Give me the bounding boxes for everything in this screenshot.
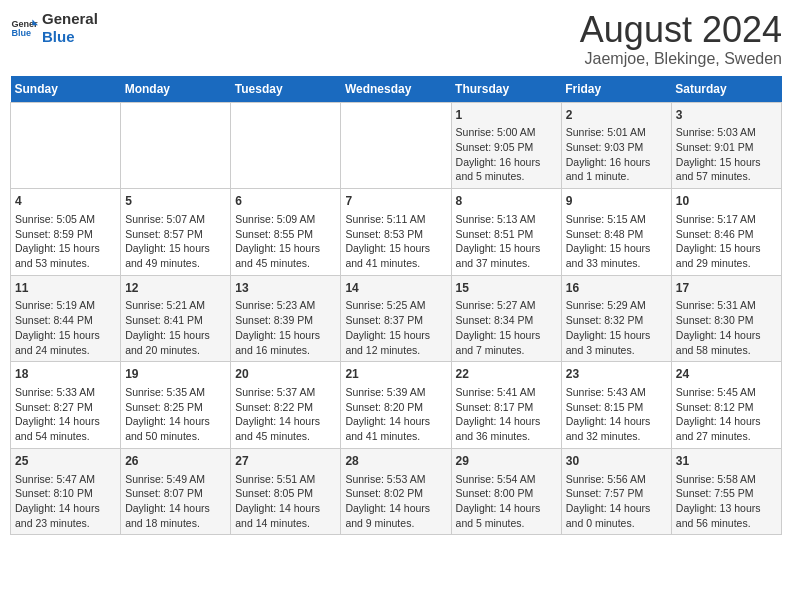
calendar-cell: 9Sunrise: 5:15 AM Sunset: 8:48 PM Daylig… — [561, 189, 671, 276]
calendar-cell — [11, 102, 121, 189]
calendar-cell — [341, 102, 451, 189]
day-number: 11 — [15, 280, 116, 297]
day-info: Sunrise: 5:31 AM Sunset: 8:30 PM Dayligh… — [676, 298, 777, 357]
day-info: Sunrise: 5:41 AM Sunset: 8:17 PM Dayligh… — [456, 385, 557, 444]
day-info: Sunrise: 5:35 AM Sunset: 8:25 PM Dayligh… — [125, 385, 226, 444]
logo-icon: General Blue — [10, 14, 38, 42]
day-number: 26 — [125, 453, 226, 470]
day-number: 4 — [15, 193, 116, 210]
calendar-cell: 2Sunrise: 5:01 AM Sunset: 9:03 PM Daylig… — [561, 102, 671, 189]
day-number: 16 — [566, 280, 667, 297]
logo-text-general: General — [42, 10, 98, 28]
weekday-header: Tuesday — [231, 76, 341, 103]
calendar-cell: 11Sunrise: 5:19 AM Sunset: 8:44 PM Dayli… — [11, 275, 121, 362]
calendar-cell: 1Sunrise: 5:00 AM Sunset: 9:05 PM Daylig… — [451, 102, 561, 189]
day-info: Sunrise: 5:03 AM Sunset: 9:01 PM Dayligh… — [676, 125, 777, 184]
day-number: 30 — [566, 453, 667, 470]
calendar-cell: 14Sunrise: 5:25 AM Sunset: 8:37 PM Dayli… — [341, 275, 451, 362]
svg-text:Blue: Blue — [11, 28, 31, 38]
calendar-cell — [231, 102, 341, 189]
calendar-cell: 31Sunrise: 5:58 AM Sunset: 7:55 PM Dayli… — [671, 448, 781, 535]
calendar-cell: 28Sunrise: 5:53 AM Sunset: 8:02 PM Dayli… — [341, 448, 451, 535]
calendar-cell: 26Sunrise: 5:49 AM Sunset: 8:07 PM Dayli… — [121, 448, 231, 535]
day-number: 7 — [345, 193, 446, 210]
calendar-subtitle: Jaemjoe, Blekinge, Sweden — [580, 50, 782, 68]
calendar-week-row: 11Sunrise: 5:19 AM Sunset: 8:44 PM Dayli… — [11, 275, 782, 362]
day-info: Sunrise: 5:00 AM Sunset: 9:05 PM Dayligh… — [456, 125, 557, 184]
title-block: August 2024 Jaemjoe, Blekinge, Sweden — [580, 10, 782, 68]
calendar-cell: 23Sunrise: 5:43 AM Sunset: 8:15 PM Dayli… — [561, 362, 671, 449]
day-number: 27 — [235, 453, 336, 470]
calendar-cell: 18Sunrise: 5:33 AM Sunset: 8:27 PM Dayli… — [11, 362, 121, 449]
day-info: Sunrise: 5:15 AM Sunset: 8:48 PM Dayligh… — [566, 212, 667, 271]
day-info: Sunrise: 5:37 AM Sunset: 8:22 PM Dayligh… — [235, 385, 336, 444]
calendar-cell: 19Sunrise: 5:35 AM Sunset: 8:25 PM Dayli… — [121, 362, 231, 449]
day-info: Sunrise: 5:25 AM Sunset: 8:37 PM Dayligh… — [345, 298, 446, 357]
calendar-cell: 22Sunrise: 5:41 AM Sunset: 8:17 PM Dayli… — [451, 362, 561, 449]
day-info: Sunrise: 5:09 AM Sunset: 8:55 PM Dayligh… — [235, 212, 336, 271]
day-number: 20 — [235, 366, 336, 383]
calendar-cell: 17Sunrise: 5:31 AM Sunset: 8:30 PM Dayli… — [671, 275, 781, 362]
weekday-header: Saturday — [671, 76, 781, 103]
weekday-header: Sunday — [11, 76, 121, 103]
day-number: 1 — [456, 107, 557, 124]
calendar-week-row: 18Sunrise: 5:33 AM Sunset: 8:27 PM Dayli… — [11, 362, 782, 449]
calendar-cell: 15Sunrise: 5:27 AM Sunset: 8:34 PM Dayli… — [451, 275, 561, 362]
day-number: 13 — [235, 280, 336, 297]
day-number: 9 — [566, 193, 667, 210]
day-info: Sunrise: 5:19 AM Sunset: 8:44 PM Dayligh… — [15, 298, 116, 357]
day-number: 2 — [566, 107, 667, 124]
calendar-cell: 4Sunrise: 5:05 AM Sunset: 8:59 PM Daylig… — [11, 189, 121, 276]
calendar-cell: 27Sunrise: 5:51 AM Sunset: 8:05 PM Dayli… — [231, 448, 341, 535]
calendar-body: 1Sunrise: 5:00 AM Sunset: 9:05 PM Daylig… — [11, 102, 782, 535]
day-info: Sunrise: 5:21 AM Sunset: 8:41 PM Dayligh… — [125, 298, 226, 357]
day-number: 21 — [345, 366, 446, 383]
weekday-row: SundayMondayTuesdayWednesdayThursdayFrid… — [11, 76, 782, 103]
day-info: Sunrise: 5:49 AM Sunset: 8:07 PM Dayligh… — [125, 472, 226, 531]
day-info: Sunrise: 5:54 AM Sunset: 8:00 PM Dayligh… — [456, 472, 557, 531]
day-number: 17 — [676, 280, 777, 297]
logo: General Blue General Blue — [10, 10, 98, 46]
day-info: Sunrise: 5:39 AM Sunset: 8:20 PM Dayligh… — [345, 385, 446, 444]
day-info: Sunrise: 5:33 AM Sunset: 8:27 PM Dayligh… — [15, 385, 116, 444]
calendar-cell: 3Sunrise: 5:03 AM Sunset: 9:01 PM Daylig… — [671, 102, 781, 189]
calendar-week-row: 1Sunrise: 5:00 AM Sunset: 9:05 PM Daylig… — [11, 102, 782, 189]
day-info: Sunrise: 5:27 AM Sunset: 8:34 PM Dayligh… — [456, 298, 557, 357]
calendar-cell: 30Sunrise: 5:56 AM Sunset: 7:57 PM Dayli… — [561, 448, 671, 535]
day-info: Sunrise: 5:11 AM Sunset: 8:53 PM Dayligh… — [345, 212, 446, 271]
day-info: Sunrise: 5:29 AM Sunset: 8:32 PM Dayligh… — [566, 298, 667, 357]
calendar-cell: 21Sunrise: 5:39 AM Sunset: 8:20 PM Dayli… — [341, 362, 451, 449]
day-info: Sunrise: 5:17 AM Sunset: 8:46 PM Dayligh… — [676, 212, 777, 271]
day-info: Sunrise: 5:23 AM Sunset: 8:39 PM Dayligh… — [235, 298, 336, 357]
day-info: Sunrise: 5:47 AM Sunset: 8:10 PM Dayligh… — [15, 472, 116, 531]
day-number: 6 — [235, 193, 336, 210]
calendar-cell: 29Sunrise: 5:54 AM Sunset: 8:00 PM Dayli… — [451, 448, 561, 535]
day-number: 22 — [456, 366, 557, 383]
day-number: 10 — [676, 193, 777, 210]
calendar-title: August 2024 — [580, 10, 782, 50]
calendar-cell: 8Sunrise: 5:13 AM Sunset: 8:51 PM Daylig… — [451, 189, 561, 276]
day-number: 28 — [345, 453, 446, 470]
weekday-header: Monday — [121, 76, 231, 103]
day-number: 25 — [15, 453, 116, 470]
day-info: Sunrise: 5:13 AM Sunset: 8:51 PM Dayligh… — [456, 212, 557, 271]
calendar-table: SundayMondayTuesdayWednesdayThursdayFrid… — [10, 76, 782, 536]
calendar-cell: 13Sunrise: 5:23 AM Sunset: 8:39 PM Dayli… — [231, 275, 341, 362]
calendar-cell: 10Sunrise: 5:17 AM Sunset: 8:46 PM Dayli… — [671, 189, 781, 276]
day-info: Sunrise: 5:51 AM Sunset: 8:05 PM Dayligh… — [235, 472, 336, 531]
calendar-cell: 24Sunrise: 5:45 AM Sunset: 8:12 PM Dayli… — [671, 362, 781, 449]
calendar-cell: 25Sunrise: 5:47 AM Sunset: 8:10 PM Dayli… — [11, 448, 121, 535]
day-info: Sunrise: 5:07 AM Sunset: 8:57 PM Dayligh… — [125, 212, 226, 271]
calendar-cell — [121, 102, 231, 189]
weekday-header: Thursday — [451, 76, 561, 103]
day-number: 14 — [345, 280, 446, 297]
day-number: 31 — [676, 453, 777, 470]
day-number: 19 — [125, 366, 226, 383]
calendar-cell: 5Sunrise: 5:07 AM Sunset: 8:57 PM Daylig… — [121, 189, 231, 276]
day-info: Sunrise: 5:43 AM Sunset: 8:15 PM Dayligh… — [566, 385, 667, 444]
weekday-header: Wednesday — [341, 76, 451, 103]
calendar-week-row: 25Sunrise: 5:47 AM Sunset: 8:10 PM Dayli… — [11, 448, 782, 535]
calendar-header: SundayMondayTuesdayWednesdayThursdayFrid… — [11, 76, 782, 103]
day-info: Sunrise: 5:01 AM Sunset: 9:03 PM Dayligh… — [566, 125, 667, 184]
day-number: 18 — [15, 366, 116, 383]
